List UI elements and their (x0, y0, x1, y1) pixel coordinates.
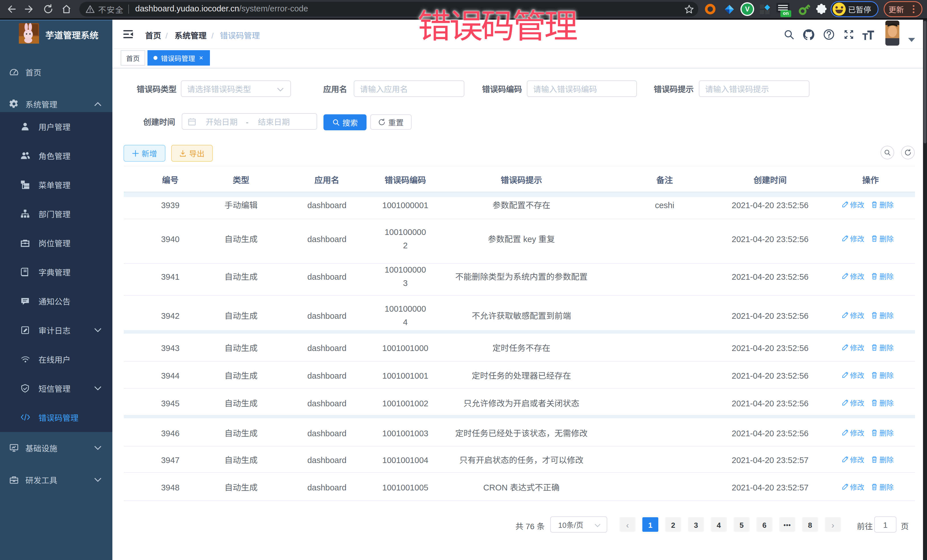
svg-text:V: V (745, 5, 749, 13)
